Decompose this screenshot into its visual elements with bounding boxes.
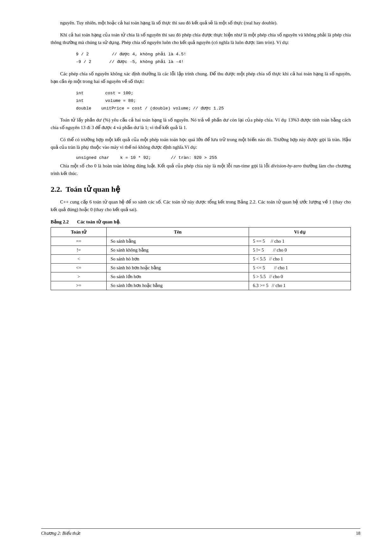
page-footer: Chương 2: Biểu thức 18 bbox=[41, 528, 360, 536]
example-lte: 5 <= 5 // cho 1 bbox=[249, 264, 351, 272]
name-gt: So sánh lớn hơn bbox=[107, 272, 249, 281]
table-row: == So sánh bằng 5 == 5 // cho 1 bbox=[51, 237, 351, 246]
code-line-int1: int cost = 100; bbox=[76, 90, 351, 97]
footer-chapter: Chương 2: Biểu thức bbox=[41, 531, 81, 536]
table-header-name: Tên bbox=[107, 228, 249, 237]
code-block-int-double: int cost = 100; int volume = 80; double … bbox=[76, 90, 351, 113]
para2: Khi cả hai toán hạng của toán tử chia là… bbox=[51, 31, 351, 46]
op-gte: >= bbox=[51, 281, 107, 290]
op-gt: > bbox=[51, 272, 107, 281]
unsigned-char-comment: // tràn: 920 > 255 bbox=[171, 155, 217, 160]
code-line-1: 9 / 2 // được 4, không phải là 4.5! bbox=[76, 51, 351, 58]
unsigned-char-line: unsigned char k = 10 * 92; // tràn: 920 … bbox=[76, 155, 351, 160]
op-neq: != bbox=[51, 246, 107, 255]
name-gte: So sánh lớn hơn hoặc bằng bbox=[107, 281, 249, 290]
name-lte: So sánh hò hơn hoặc bằng bbox=[107, 264, 249, 272]
example-lt: 5 < 5.5 // cho 1 bbox=[249, 255, 351, 264]
table-body: == So sánh bằng 5 == 5 // cho 1 != So sá… bbox=[51, 237, 351, 290]
table-header-row: Toán tử Tên Ví dụ bbox=[51, 228, 351, 237]
op-eq: == bbox=[51, 237, 107, 246]
table-row: > So sánh lớn hơn 5 > 5.5 // cho 0 bbox=[51, 272, 351, 281]
para5-block: Có thể có trường hợp một kết quả của một… bbox=[51, 136, 351, 151]
table-row: >= So sánh lớn hơn hoặc bằng 6.3 >= 5 //… bbox=[51, 281, 351, 290]
table-row: < So sánh hò hơn 5 < 5.5 // cho 1 bbox=[51, 255, 351, 264]
table-row: <= So sánh hò hơn hoặc bằng 5 <= 5 // ch… bbox=[51, 264, 351, 272]
para1: nguyên. Tuy nhiên, một hoặc cả hai toán … bbox=[51, 19, 351, 27]
unsigned-char-keyword: unsigned char bbox=[76, 155, 114, 160]
example-gt: 5 > 5.5 // cho 0 bbox=[249, 272, 351, 281]
op-lt: < bbox=[51, 255, 107, 264]
section-para1: C++ cung cấp 6 toán tử quan hệ để so sán… bbox=[51, 198, 351, 213]
code-line-2: -9 / 2 // được -5, không phải là -4! bbox=[76, 58, 351, 66]
table-row: != So sánh không bằng 5 != 5 // cho 0 bbox=[51, 246, 351, 255]
unsigned-char-code: k = 10 * 92; bbox=[120, 155, 165, 160]
relational-operators-table: Toán tử Tên Ví dụ == So sánh bằng 5 == 5… bbox=[51, 227, 351, 290]
table-header-op: Toán tử bbox=[51, 228, 107, 237]
example-neq: 5 != 5 // cho 0 bbox=[249, 246, 351, 255]
name-neq: So sánh không bằng bbox=[107, 246, 249, 255]
para6-block: Chia một số cho 0 là hoàn toàn không đún… bbox=[51, 162, 351, 177]
section-2-2-para: C++ cung cấp 6 toán tử quan hệ để so sán… bbox=[51, 198, 351, 213]
page: nguyên. Tuy nhiên, một hoặc cả hai toán … bbox=[0, 0, 392, 555]
table-caption: Bảng 2.2 Các toán tử quan hệ. bbox=[51, 219, 351, 225]
para3-block: Các phép chia số nguyên không xác định t… bbox=[51, 70, 351, 85]
para5: Có thể có trường hợp một kết quả của một… bbox=[51, 136, 351, 151]
name-lt: So sánh hò hơn bbox=[107, 255, 249, 264]
opening-text: nguyên. Tuy nhiên, một hoặc cả hai toán … bbox=[51, 19, 351, 27]
para6: Chia một số cho 0 là hoàn toàn không đún… bbox=[51, 162, 351, 177]
code-line-double: double unitPrice = cost / (double) volum… bbox=[76, 105, 351, 112]
footer-page-number: 18 bbox=[356, 531, 360, 536]
name-eq: So sánh bằng bbox=[107, 237, 249, 246]
section-2-2-title: 2.2. Toán tử quan hệ bbox=[51, 185, 351, 194]
example-gte: 6.3 >= 5 // cho 1 bbox=[249, 281, 351, 290]
code-line-int2: int volume = 80; bbox=[76, 97, 351, 105]
example-eq: 5 == 5 // cho 1 bbox=[249, 237, 351, 246]
para2-block: Khi cả hai toán hạng của toán tử chia là… bbox=[51, 31, 351, 46]
para3: Các phép chia số nguyên không xác định t… bbox=[51, 70, 351, 85]
para4-block: Toán tử lấy phần dư (%) yêu cầu cả hai t… bbox=[51, 116, 351, 131]
op-lte: <= bbox=[51, 264, 107, 272]
table-header-example: Ví dụ bbox=[249, 228, 351, 237]
para4: Toán tử lấy phần dư (%) yêu cầu cả hai t… bbox=[51, 116, 351, 131]
code-block-division: 9 / 2 // được 4, không phải là 4.5! -9 /… bbox=[76, 51, 351, 66]
